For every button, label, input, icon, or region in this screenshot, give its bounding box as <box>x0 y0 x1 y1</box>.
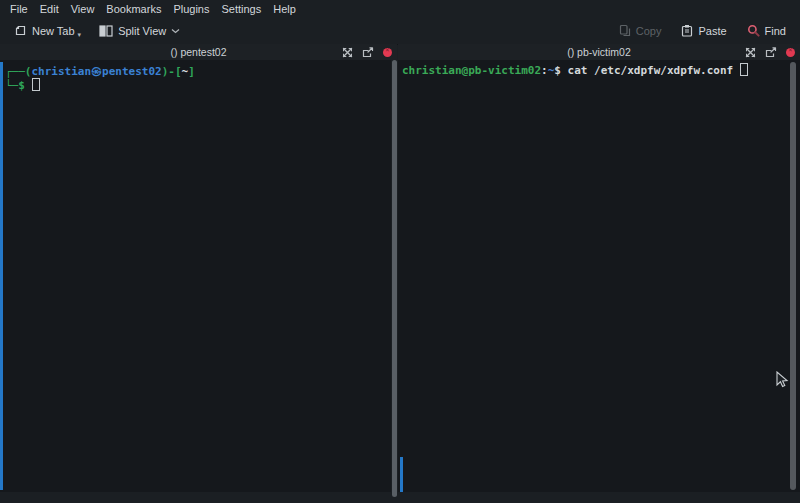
close-view-button-left[interactable] <box>383 48 392 57</box>
terminal-pane-pentest02[interactable]: ┌──(christian㉿pentest02)-[~] └─$ <box>0 60 391 492</box>
detach-tab-icon[interactable] <box>362 47 374 58</box>
pane-header-left[interactable]: () pentest02 <box>0 44 397 60</box>
prompt-symbol: $ <box>554 64 561 77</box>
pane-title-left: () pentest02 <box>170 46 226 58</box>
scroll-highlight-bar <box>400 457 403 492</box>
paste-label: Paste <box>698 25 726 37</box>
new-tab-icon <box>14 24 27 37</box>
prompt-line: christian@pb-victim02:~$ cat /etc/xdpfw/… <box>402 63 748 77</box>
new-tab-button[interactable]: New Tab ▾ <box>9 21 86 40</box>
pane-splitter[interactable] <box>391 60 398 497</box>
menu-file[interactable]: File <box>4 2 34 16</box>
terminal-cursor <box>32 78 40 91</box>
prompt-symbol: └─$ <box>5 79 32 92</box>
maximize-view-icon[interactable] <box>342 47 353 58</box>
typed-command: cat /etc/xdpfw/xdpfw.conf <box>561 64 740 77</box>
new-tab-label: New Tab <box>32 25 75 37</box>
scroll-highlight-bar <box>0 62 3 490</box>
copy-icon <box>619 24 631 37</box>
menu-view[interactable]: View <box>65 2 101 16</box>
prompt-line-1: ┌──(christian㉿pentest02)-[~] <box>5 65 195 78</box>
menu-edit[interactable]: Edit <box>34 2 65 16</box>
maximize-view-icon[interactable] <box>745 47 756 58</box>
split-view-label: Split View <box>118 25 166 37</box>
menu-bar: File Edit View Bookmarks Plugins Setting… <box>0 0 800 17</box>
prompt-frame: )-[ <box>162 65 182 78</box>
find-icon <box>747 24 760 37</box>
menu-bookmarks[interactable]: Bookmarks <box>100 2 167 16</box>
prompt-line-2: └─$ <box>5 78 195 92</box>
find-label: Find <box>765 25 786 37</box>
prompt-frame: ] <box>188 65 195 78</box>
terminal-pane-pb-victim02[interactable]: christian@pb-victim02:~$ cat /etc/xdpfw/… <box>398 60 800 492</box>
toolbar: New Tab ▾ Split View Copy <box>0 17 800 45</box>
splitter-handle[interactable] <box>392 60 397 497</box>
prompt-user-host: christian㉿pentest02 <box>32 65 162 78</box>
paste-button[interactable]: Paste <box>676 21 731 40</box>
prompt-frame: ┌──( <box>5 65 32 78</box>
find-button[interactable]: Find <box>742 21 791 40</box>
chevron-down-icon <box>171 28 180 34</box>
konsole-window: File Edit View Bookmarks Plugins Setting… <box>0 0 800 503</box>
menu-plugins[interactable]: Plugins <box>167 2 215 16</box>
pane-header-right[interactable]: () pb-victim02 <box>398 44 800 60</box>
menu-help[interactable]: Help <box>267 2 302 16</box>
pane-title-right: () pb-victim02 <box>567 46 631 58</box>
terminal-cursor <box>740 63 748 76</box>
scrollbar-thumb[interactable] <box>790 62 796 490</box>
paste-icon <box>681 24 693 37</box>
new-tab-dropdown-caret: ▾ <box>78 31 82 39</box>
prompt-user-host: christian@pb-victim02 <box>402 64 541 77</box>
split-view-button[interactable]: Split View <box>94 22 185 40</box>
prompt-separator: : <box>541 64 548 77</box>
detach-tab-icon[interactable] <box>765 47 777 58</box>
copy-button[interactable]: Copy <box>614 21 667 40</box>
copy-label: Copy <box>636 25 662 37</box>
close-view-button-right[interactable] <box>786 48 795 57</box>
split-view-icon <box>99 25 113 37</box>
menu-settings[interactable]: Settings <box>215 2 267 16</box>
